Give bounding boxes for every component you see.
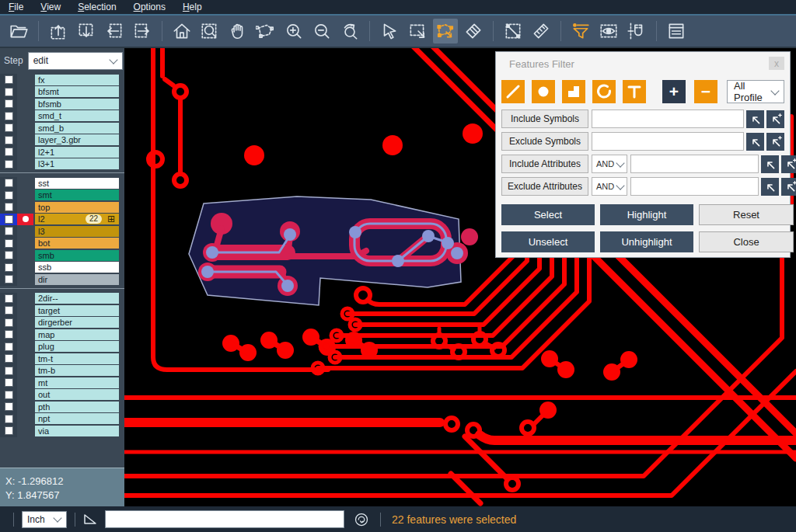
home-view-icon[interactable] <box>169 19 194 43</box>
select-button[interactable]: Select <box>501 204 595 225</box>
pick-add-icon[interactable] <box>766 110 784 128</box>
and-or-select[interactable]: AND <box>592 155 627 173</box>
step-select[interactable]: edit <box>28 52 123 70</box>
pick-icon[interactable] <box>761 178 779 196</box>
clear-brush-icon[interactable] <box>461 19 486 43</box>
measure-points-icon[interactable] <box>501 19 525 43</box>
layer-checkbox[interactable] <box>0 262 17 274</box>
close-button[interactable]: Close <box>699 231 794 252</box>
profile-select[interactable]: All Profile <box>727 80 784 103</box>
snap-angle-icon[interactable] <box>83 513 97 526</box>
select-polygon-icon[interactable] <box>433 19 458 43</box>
open-file-icon[interactable] <box>6 19 31 43</box>
measure-ruler-icon[interactable] <box>529 19 553 43</box>
pick-icon[interactable] <box>746 110 764 128</box>
layer-label[interactable]: mt <box>35 377 119 388</box>
zoom-out-icon[interactable] <box>309 19 334 43</box>
layer-label[interactable]: smb <box>35 250 119 261</box>
filter-label-button[interactable]: Exclude Symbols <box>501 132 588 151</box>
layer-label[interactable]: bfsmb <box>35 99 119 110</box>
unhighlight-button[interactable]: Unhighlight <box>600 231 693 252</box>
command-input[interactable] <box>105 510 344 528</box>
layer-checkbox[interactable] <box>0 177 17 190</box>
highlight-button[interactable]: Highlight <box>600 204 693 225</box>
layer-label[interactable]: sst <box>35 178 119 189</box>
layer-checkbox[interactable] <box>0 98 17 110</box>
filter-value-input[interactable] <box>592 110 744 128</box>
pick-icon[interactable] <box>761 155 779 173</box>
filter-value-input[interactable] <box>630 155 759 173</box>
layer-checkbox[interactable] <box>0 341 17 353</box>
zoom-polygon-icon[interactable] <box>253 19 278 43</box>
layer-checkbox[interactable] <box>0 110 17 123</box>
layer-checkbox[interactable] <box>0 146 17 158</box>
pick-add-icon[interactable] <box>781 178 796 196</box>
layer-checkbox[interactable] <box>0 86 17 99</box>
pan-down-icon[interactable] <box>74 19 99 43</box>
pick-add-icon[interactable] <box>766 133 784 151</box>
filter-arc-icon[interactable] <box>592 80 616 103</box>
filter-line-icon[interactable] <box>501 80 525 103</box>
filter-text-icon[interactable] <box>623 80 646 103</box>
layer-label[interactable]: tm-b <box>35 365 119 376</box>
layer-label[interactable]: dir <box>35 274 119 285</box>
layer-label[interactable]: npt <box>35 413 119 424</box>
pan-up-icon[interactable] <box>46 19 71 43</box>
filter-label-button[interactable]: Include Symbols <box>501 110 588 128</box>
snap-magnet-icon[interactable] <box>624 19 649 43</box>
select-cursor-icon[interactable] <box>377 19 402 43</box>
menu-view[interactable]: View <box>32 0 69 14</box>
layer-label[interactable]: map <box>35 329 119 340</box>
layer-checkbox[interactable] <box>0 389 17 402</box>
filter-value-input[interactable] <box>592 132 744 151</box>
layer-checkbox[interactable] <box>0 74 17 86</box>
layer-label[interactable]: bfsmt <box>35 86 119 97</box>
menu-options[interactable]: Options <box>125 0 174 14</box>
layer-label[interactable]: layer_3.gbr <box>35 134 119 145</box>
features-filter-icon[interactable] <box>568 19 593 43</box>
pick-add-icon[interactable] <box>781 155 796 173</box>
layer-label[interactable]: top <box>35 202 119 213</box>
layer-checkbox[interactable] <box>0 238 17 250</box>
layer-checkbox[interactable] <box>0 273 17 286</box>
zoom-previous-icon[interactable] <box>337 19 362 43</box>
filter-surface-icon[interactable] <box>562 80 585 103</box>
active-layer-indicator[interactable] <box>17 214 33 226</box>
layers-panel-icon[interactable] <box>664 19 689 43</box>
layer-checkbox[interactable] <box>0 249 17 262</box>
menu-selection[interactable]: Selection <box>69 0 124 14</box>
filter-label-button[interactable]: Exclude Attributes <box>501 177 588 196</box>
layer-label[interactable]: tm-t <box>35 353 119 364</box>
dialog-title-bar[interactable]: Features Filter x <box>496 52 790 75</box>
layer-label[interactable]: pth <box>35 402 119 412</box>
pan-right-icon[interactable] <box>130 19 155 43</box>
layer-label[interactable]: plug <box>35 341 119 352</box>
layer-label[interactable]: l2+1 <box>35 147 119 158</box>
zoom-window-icon[interactable] <box>197 19 222 43</box>
close-icon[interactable]: x <box>769 57 784 70</box>
layer-checkbox[interactable] <box>0 134 17 147</box>
layer-checkbox[interactable] <box>0 377 17 389</box>
layer-label[interactable]: fx <box>35 75 119 85</box>
layer-label[interactable]: ssb <box>35 262 119 273</box>
refresh-icon[interactable] <box>354 512 369 527</box>
layer-checkbox[interactable] <box>0 329 17 341</box>
layer-checkbox[interactable] <box>0 225 17 238</box>
menu-help[interactable]: Help <box>174 0 211 14</box>
layer-label[interactable]: l3+1 <box>35 158 119 169</box>
layer-checkbox[interactable] <box>0 122 17 134</box>
filter-value-input[interactable] <box>630 177 759 196</box>
layer-label[interactable]: via <box>35 426 119 436</box>
layer-checkbox[interactable] <box>0 365 17 377</box>
layer-checkbox[interactable] <box>0 401 17 413</box>
layer-checkbox[interactable] <box>0 413 17 426</box>
layer-label[interactable]: 2dir-- <box>35 293 119 304</box>
layer-checkbox[interactable] <box>0 304 17 317</box>
layer-checkbox[interactable] <box>0 214 17 226</box>
layer-label[interactable]: dirgerber <box>35 317 119 328</box>
zoom-in-icon[interactable] <box>281 19 306 43</box>
layer-checkbox[interactable] <box>0 158 17 171</box>
layer-label[interactable]: target <box>35 305 119 316</box>
remove-filter-button[interactable]: − <box>694 80 717 103</box>
layer-label[interactable]: smd_t <box>35 110 119 121</box>
